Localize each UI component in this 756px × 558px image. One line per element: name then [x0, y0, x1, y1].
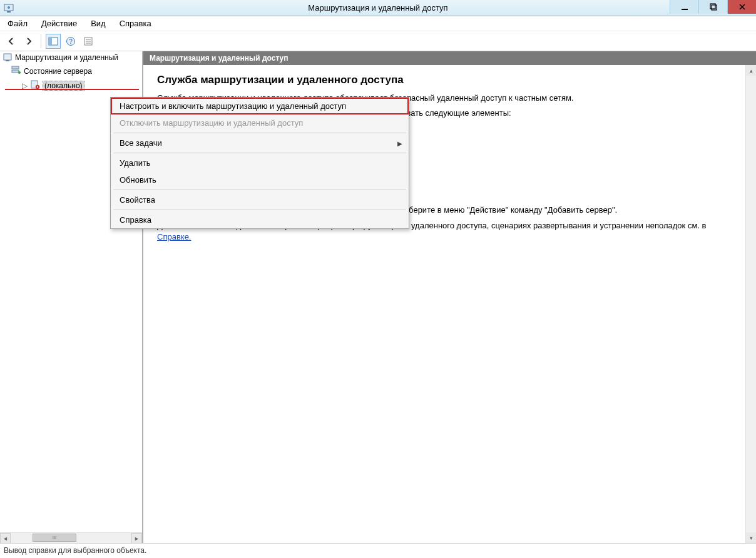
- menu-file[interactable]: Файл: [5, 18, 30, 29]
- tree-node-server-status[interactable]: Состояние сервера: [0, 64, 142, 78]
- svg-rect-16: [4, 54, 11, 60]
- tree-root-label: Маршрутизация и удаленный: [15, 53, 118, 62]
- ctx-separator: [113, 153, 406, 153]
- forward-button[interactable]: [21, 34, 36, 49]
- tree-root-node[interactable]: Маршрутизация и удаленный: [0, 51, 142, 64]
- window-title: Маршрутизация и удаленный доступ: [308, 3, 447, 13]
- ctx-all-tasks-label: Все задачи: [120, 138, 162, 148]
- ctx-separator: [113, 133, 406, 133]
- svg-rect-18: [12, 66, 19, 69]
- svg-rect-9: [49, 38, 52, 45]
- show-hide-tree-button[interactable]: [46, 34, 61, 49]
- scroll-down-button[interactable]: ▾: [746, 532, 756, 543]
- help-link[interactable]: Справке.: [157, 232, 191, 241]
- svg-rect-19: [12, 70, 19, 73]
- svg-point-20: [18, 71, 21, 74]
- ctx-properties[interactable]: Свойства: [111, 191, 409, 208]
- maximize-button[interactable]: [698, 0, 727, 14]
- window-controls: [670, 0, 756, 14]
- ctx-separator: [113, 210, 406, 210]
- tree-node-local-server[interactable]: ▷ (локально): [0, 78, 142, 93]
- svg-rect-17: [6, 60, 9, 61]
- properties-button[interactable]: [81, 34, 96, 49]
- context-menu: Настроить и включить маршрутизацию и уда…: [110, 97, 409, 229]
- svg-text:?: ?: [69, 38, 73, 45]
- server-status-icon: [11, 65, 21, 77]
- annotation-underline: [5, 89, 139, 90]
- status-bar: Вывод справки для выбранного объекта.: [0, 543, 756, 557]
- toolbar-separator: [41, 34, 41, 48]
- chevron-right-icon: ▶: [397, 140, 402, 146]
- minimize-button[interactable]: [670, 0, 698, 14]
- menu-help[interactable]: Справка: [117, 18, 154, 29]
- toolbar: ?: [0, 31, 756, 51]
- svg-rect-1: [7, 11, 11, 13]
- console-root-icon: [3, 52, 13, 64]
- ctx-disable: Отключить маршрутизацию и удаленный дост…: [111, 114, 409, 131]
- menu-bar: Файл Действие Вид Справка: [0, 16, 756, 31]
- scroll-thumb[interactable]: III: [33, 534, 76, 542]
- ctx-all-tasks[interactable]: Все задачи ▶: [111, 134, 409, 151]
- ctx-configure-enable[interactable]: Настроить и включить маршрутизацию и уда…: [111, 98, 409, 114]
- ctx-delete[interactable]: Удалить: [111, 155, 409, 171]
- app-icon: [4, 3, 14, 13]
- scroll-track[interactable]: III: [11, 533, 131, 543]
- scroll-left-button[interactable]: ◄: [0, 533, 11, 543]
- ctx-help[interactable]: Справка: [111, 211, 409, 228]
- scroll-right-button[interactable]: ►: [131, 533, 142, 543]
- ctx-separator: [113, 190, 406, 190]
- help-button[interactable]: ?: [63, 34, 78, 49]
- back-button[interactable]: [4, 34, 19, 49]
- content-heading: Служба маршрутизации и удаленного доступ…: [157, 74, 742, 86]
- menu-view[interactable]: Вид: [88, 18, 108, 29]
- content-vertical-scrollbar[interactable]: ▴ ▾: [745, 65, 756, 543]
- svg-rect-23: [37, 86, 38, 88]
- svg-rect-4: [710, 4, 715, 9]
- svg-rect-5: [712, 5, 717, 10]
- scroll-up-button[interactable]: ▴: [746, 65, 756, 76]
- svg-point-2: [8, 6, 10, 9]
- ctx-refresh[interactable]: Обновить: [111, 171, 409, 188]
- content-header: Маршрутизация и удаленный доступ: [143, 51, 756, 65]
- status-text: Вывод справки для выбранного объекта.: [4, 546, 146, 555]
- menu-action[interactable]: Действие: [39, 18, 79, 29]
- close-button[interactable]: [727, 0, 756, 14]
- title-bar: Маршрутизация и удаленный доступ: [0, 0, 756, 16]
- tree-node-server-status-label: Состояние сервера: [24, 67, 92, 76]
- tree-horizontal-scrollbar[interactable]: ◄ III ►: [0, 532, 142, 543]
- svg-rect-3: [682, 9, 688, 10]
